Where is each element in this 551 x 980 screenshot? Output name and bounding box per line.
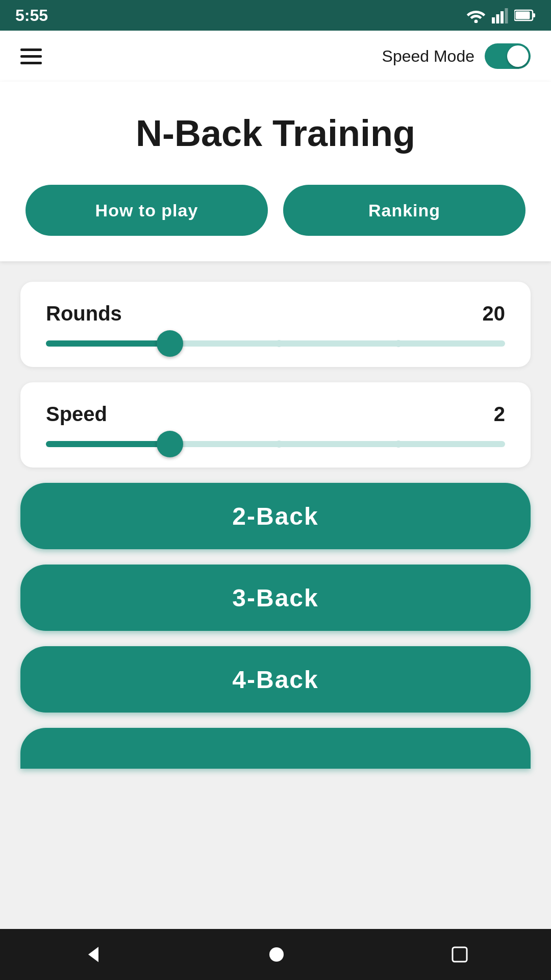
three-back-button[interactable]: 3-Back [20, 565, 531, 631]
rounds-slider-header: Rounds 20 [46, 302, 505, 325]
home-button[interactable] [266, 944, 287, 965]
rounds-slider-dot-2 [395, 340, 402, 347]
ranking-button[interactable]: Ranking [283, 185, 525, 236]
svg-rect-10 [453, 947, 467, 962]
speed-mode-toggle[interactable] [485, 43, 531, 69]
battery-icon [514, 9, 536, 21]
speed-value: 2 [494, 403, 505, 426]
four-back-button[interactable]: 4-Back [20, 646, 531, 713]
rounds-value: 20 [483, 302, 506, 325]
app-bar: Speed Mode [0, 31, 551, 82]
status-bar: 5:55 [0, 0, 551, 31]
speed-slider-thumb[interactable] [157, 431, 183, 457]
svg-rect-6 [533, 13, 535, 17]
how-to-play-button[interactable]: How to play [26, 185, 268, 236]
svg-rect-4 [505, 8, 508, 23]
recents-button[interactable] [450, 945, 469, 964]
speed-slider-track[interactable] [46, 441, 505, 447]
rounds-label: Rounds [46, 302, 122, 325]
signal-icon [492, 7, 508, 23]
speed-slider-dot-2 [395, 440, 402, 448]
recents-icon [450, 945, 469, 964]
status-time: 5:55 [15, 6, 48, 25]
speed-slider-fill [46, 441, 170, 447]
rounds-slider-track[interactable] [46, 340, 505, 347]
five-back-button-partial[interactable] [20, 728, 531, 769]
bottom-nav [0, 929, 551, 980]
hamburger-menu-button[interactable] [20, 48, 42, 64]
svg-point-9 [269, 947, 284, 962]
speed-slider-header: Speed 2 [46, 403, 505, 426]
rounds-slider-thumb[interactable] [157, 330, 183, 357]
svg-point-0 [474, 20, 478, 23]
main-content: Rounds 20 Speed 2 2-Back 3-Back 4-Back [0, 261, 551, 789]
rounds-slider-card: Rounds 20 [20, 282, 531, 367]
wifi-icon [466, 8, 486, 23]
svg-rect-7 [516, 12, 530, 19]
speed-slider-card: Speed 2 [20, 382, 531, 468]
svg-marker-8 [88, 947, 98, 962]
rounds-slider-fill [46, 340, 170, 347]
svg-rect-3 [500, 11, 504, 23]
speed-label: Speed [46, 403, 107, 426]
hero-card: N-Back Training How to play Ranking [0, 82, 551, 261]
home-icon [266, 944, 287, 965]
toggle-knob [507, 45, 529, 67]
app-title: N-Back Training [26, 112, 525, 154]
back-button[interactable] [82, 944, 103, 965]
status-icons [466, 7, 536, 23]
back-icon [82, 944, 103, 965]
rounds-slider-dot-1 [276, 340, 283, 347]
speed-mode-container: Speed Mode [382, 43, 531, 69]
two-back-button[interactable]: 2-Back [20, 483, 531, 549]
speed-slider-dot-1 [276, 440, 283, 448]
svg-rect-2 [496, 14, 499, 23]
svg-rect-1 [492, 17, 495, 23]
hero-buttons: How to play Ranking [26, 185, 525, 236]
speed-mode-label: Speed Mode [382, 47, 474, 66]
